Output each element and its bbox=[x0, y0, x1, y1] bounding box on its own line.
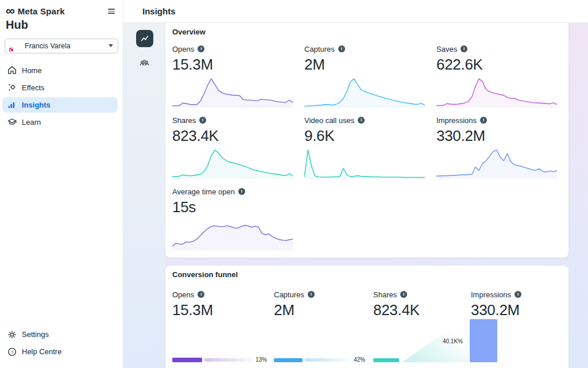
sidebar-item-label: Insights bbox=[22, 101, 51, 109]
sidebar-item-label: Settings bbox=[22, 330, 49, 339]
help-icon: ? bbox=[7, 347, 17, 357]
metric-impressions: Impressionsi 330.2M bbox=[436, 116, 568, 181]
metric-value: 15.3M bbox=[172, 56, 304, 73]
info-icon[interactable]: i bbox=[461, 45, 467, 52]
info-icon[interactable]: i bbox=[400, 291, 407, 298]
sidebar-item-help-centre[interactable]: ? Help Centre bbox=[2, 344, 118, 359]
funnel-fade-captures bbox=[305, 358, 351, 362]
page-header: Insights bbox=[123, 0, 588, 23]
funnel-stage-shares: Sharesi 823.4K bbox=[373, 290, 420, 322]
hamburger-menu-icon[interactable] bbox=[108, 6, 115, 17]
user-name: Francis Varela bbox=[25, 42, 71, 50]
stage-label: Shares bbox=[373, 290, 397, 299]
content-area: Overview Opensi 15.3M Capturesi 2M Save bbox=[123, 23, 588, 368]
people-icon bbox=[139, 57, 150, 68]
sidebar-item-label: Help Centre bbox=[22, 347, 61, 356]
overview-title: Overview bbox=[165, 23, 568, 36]
metric-label: Impressions bbox=[436, 116, 477, 125]
info-icon[interactable]: i bbox=[480, 117, 487, 124]
sidebar-item-learn[interactable]: Learn bbox=[2, 114, 118, 130]
home-icon bbox=[7, 65, 17, 75]
gear-icon bbox=[7, 329, 17, 340]
info-icon[interactable]: i bbox=[198, 45, 204, 52]
overview-grid: Opensi 15.3M Capturesi 2M Savesi 622.6K bbox=[165, 36, 568, 252]
conversion-funnel-card: Conversion funnel Opensi 15.3M Capturesi… bbox=[165, 266, 568, 368]
sparkline-chart bbox=[304, 148, 425, 181]
sidebar: ∞ Meta Spark Hub Francis Varela Home Eff… bbox=[0, 0, 123, 368]
metric-average-time-open: Average time openi 15s bbox=[172, 187, 304, 252]
metric-saves: Savesi 622.6K bbox=[436, 44, 568, 110]
learn-icon bbox=[7, 117, 17, 127]
funnel-fade-opens bbox=[204, 358, 254, 362]
info-icon[interactable]: i bbox=[358, 117, 365, 124]
metric-label: Opens bbox=[172, 45, 194, 53]
user-account-dropdown[interactable]: Francis Varela bbox=[5, 39, 118, 53]
stage-value: 2M bbox=[274, 301, 315, 319]
stage-value: 15.3M bbox=[172, 301, 213, 319]
sidebar-item-insights[interactable]: Insights bbox=[2, 97, 118, 113]
audience-view-button[interactable] bbox=[136, 54, 153, 71]
insights-toolbar-rail bbox=[123, 23, 165, 368]
funnel-stage-impressions: Impressionsi 330.2M bbox=[471, 290, 521, 322]
sidebar-footer: Settings ? Help Centre bbox=[0, 327, 123, 361]
chevron-down-icon bbox=[109, 44, 113, 47]
info-icon[interactable]: i bbox=[198, 291, 204, 298]
sparkline-chart bbox=[172, 219, 293, 252]
metric-value: 330.2M bbox=[436, 127, 568, 144]
sidebar-item-label: Learn bbox=[22, 118, 41, 126]
funnel-stage-opens: Opensi 15.3M bbox=[172, 290, 213, 322]
effects-icon bbox=[7, 82, 17, 93]
cards-column: Overview Opensi 15.3M Capturesi 2M Save bbox=[165, 23, 568, 368]
funnel-bar-shares bbox=[373, 358, 399, 362]
page-title: Insights bbox=[142, 6, 176, 16]
funnel-stage-captures: Capturesi 2M bbox=[274, 290, 315, 322]
funnel-bar-opens bbox=[172, 358, 202, 362]
metric-label: Average time open bbox=[172, 187, 235, 196]
metric-value: 823.4K bbox=[172, 127, 304, 144]
funnel-bar-captures bbox=[274, 358, 303, 362]
sidebar-item-home[interactable]: Home bbox=[2, 63, 118, 78]
insights-icon bbox=[7, 99, 17, 110]
info-icon[interactable]: i bbox=[514, 291, 521, 298]
conversion-label-captures-shares: 42% bbox=[354, 356, 365, 363]
metric-value: 2M bbox=[304, 56, 436, 73]
main-area: Insights Overview bbox=[123, 0, 588, 368]
logo-row: ∞ Meta Spark bbox=[0, 0, 123, 17]
sidebar-nav: Home Effects Insights Learn bbox=[0, 63, 123, 132]
trend-chart-icon bbox=[140, 33, 150, 44]
sidebar-item-effects[interactable]: Effects bbox=[2, 80, 118, 95]
metric-label: Video call uses bbox=[304, 116, 354, 125]
info-icon[interactable]: i bbox=[238, 188, 245, 195]
info-icon[interactable]: i bbox=[338, 45, 345, 52]
metric-shares: Sharesi 823.4K bbox=[172, 116, 304, 181]
info-icon[interactable]: i bbox=[199, 117, 206, 124]
hub-title: Hub bbox=[6, 18, 123, 32]
metric-value: 9.6K bbox=[304, 127, 436, 144]
sidebar-item-label: Home bbox=[22, 66, 42, 75]
funnel-title: Conversion funnel bbox=[165, 266, 568, 279]
sidebar-item-label: Effects bbox=[22, 83, 45, 92]
info-icon[interactable]: i bbox=[308, 291, 315, 298]
sparkline-chart bbox=[436, 148, 557, 181]
stage-label: Captures bbox=[274, 290, 304, 299]
metric-label: Saves bbox=[436, 45, 457, 53]
meta-infinity-icon: ∞ bbox=[6, 6, 15, 16]
stage-label: Impressions bbox=[471, 290, 511, 299]
sparkline-chart bbox=[172, 148, 293, 181]
metric-label: Captures bbox=[304, 45, 335, 53]
metric-label: Shares bbox=[172, 116, 196, 125]
sidebar-item-settings[interactable]: Settings bbox=[2, 327, 118, 342]
funnel-bar-impressions bbox=[470, 319, 497, 362]
logo-text: Meta Spark bbox=[18, 6, 65, 16]
metric-value: 15s bbox=[172, 198, 304, 216]
metric-video-call-uses: Video call usesi 9.6K bbox=[304, 116, 436, 181]
metric-opens: Opensi 15.3M bbox=[172, 44, 304, 110]
metrics-view-button[interactable] bbox=[136, 30, 153, 47]
sparkline-chart bbox=[304, 76, 425, 110]
metric-value: 622.6K bbox=[436, 56, 568, 73]
metric-captures: Capturesi 2M bbox=[304, 44, 436, 110]
stage-value: 330.2M bbox=[471, 301, 521, 319]
svg-text:?: ? bbox=[11, 350, 14, 355]
stage-value: 823.4K bbox=[373, 301, 420, 319]
conversion-label-opens-captures: 13% bbox=[256, 356, 267, 363]
